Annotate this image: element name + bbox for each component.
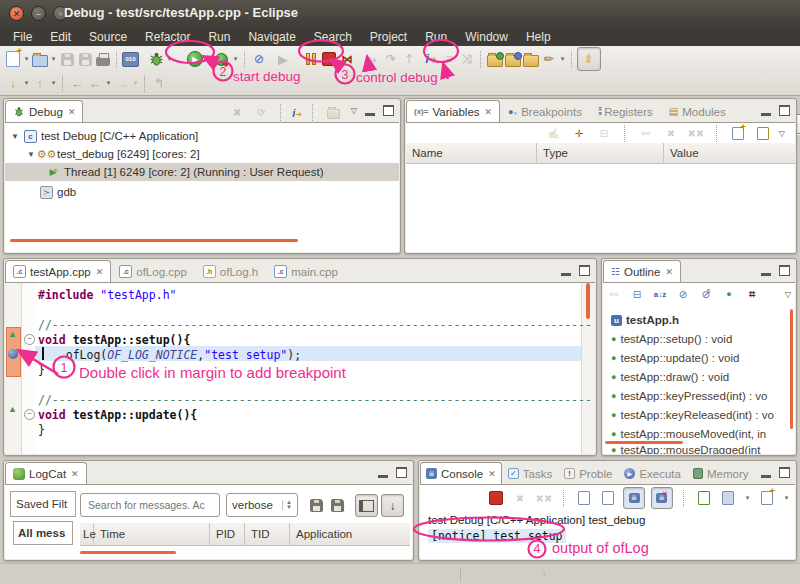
close-icon[interactable]: ✕ — [71, 469, 79, 479]
collapse-all-icon[interactable]: ⊟ — [628, 285, 646, 303]
highlight-toggle-button[interactable]: ✐ — [577, 47, 601, 71]
scroll-lock-icon[interactable]: ⚿ — [599, 489, 617, 507]
horizontal-scrollbar[interactable] — [605, 441, 683, 444]
save-log-icon[interactable] — [307, 496, 325, 514]
back-history-icon[interactable]: ← — [68, 74, 86, 92]
vertical-scrollbar[interactable] — [790, 309, 794, 429]
tab-breakpoints[interactable]: ●● Breakpoints — [500, 100, 590, 122]
suspend-icon[interactable] — [302, 50, 320, 68]
new-wizard-dropdown-icon[interactable]: ▾ — [22, 55, 31, 63]
tab-executables[interactable]: ▶ Executa — [618, 462, 687, 484]
clear-console-icon[interactable]: ✕ — [575, 489, 593, 507]
save-icon[interactable] — [58, 50, 76, 68]
fold-collapse-icon[interactable]: − — [24, 334, 35, 345]
minimize-icon[interactable] — [561, 265, 571, 276]
debug-launch-row[interactable]: ▼ c test Debug [C/C++ Application] — [5, 127, 399, 145]
menu-file[interactable]: File — [4, 28, 41, 46]
step-into-selection-icon[interactable]: i➜ — [292, 103, 302, 121]
collapse-all-icon[interactable]: ⊟ — [595, 124, 613, 142]
menu-run-2[interactable]: Run — [416, 28, 456, 46]
run-icon[interactable]: ▶ — [186, 50, 204, 68]
view-menu-icon[interactable]: ▽ — [779, 129, 785, 138]
pin-console-icon[interactable]: ◥ — [695, 489, 713, 507]
step-return-icon[interactable]: ⇡ — [400, 50, 418, 68]
outline-item[interactable]: u testApp.h — [603, 311, 795, 329]
external-tools-dropdown-icon[interactable]: ▾ — [231, 55, 240, 63]
debug-thread-row[interactable]: ▶● Thread [1] 6249 [core: 2] (Running : … — [5, 163, 399, 181]
tab-modules[interactable]: ▤ Modules — [661, 100, 734, 122]
back-dropdown-icon[interactable]: ▾ — [104, 79, 113, 87]
column-type[interactable]: Type — [537, 143, 664, 163]
mark-occurrences-icon[interactable]: ✎ — [540, 50, 558, 68]
spinner-arrows-icon[interactable]: ▲▼ — [282, 500, 292, 510]
menu-window[interactable]: Window — [456, 28, 517, 46]
show-console-on-output-toggle-button[interactable]: ≣✕ — [651, 487, 673, 509]
close-icon[interactable]: ✕ — [665, 267, 673, 277]
run-dropdown-icon[interactable]: ▾ — [204, 55, 213, 63]
binary-build-icon[interactable]: 010 — [122, 52, 139, 67]
debug-dropdown-icon[interactable]: ▾ — [165, 55, 174, 63]
debug-tree[interactable]: ▼ c test Debug [C/C++ Application] ▼ ⚙⚙ … — [5, 122, 399, 252]
display-console-dropdown-icon[interactable]: ▾ — [743, 494, 752, 502]
menu-run-1[interactable]: Run — [199, 28, 239, 46]
new-wizard-icon[interactable] — [4, 50, 22, 68]
column-name[interactable]: Name — [406, 143, 537, 163]
folding-ruler[interactable] — [22, 283, 35, 454]
show-type-names-icon[interactable]: ✍ — [545, 124, 563, 142]
maximize-icon[interactable] — [779, 265, 790, 276]
tab-logcat[interactable]: LogCat✕ — [5, 462, 87, 484]
new-view-icon[interactable] — [729, 124, 747, 142]
export-dropdown-icon[interactable]: ▾ — [49, 79, 58, 87]
tab-main-cpp[interactable]: .c main.cpp — [266, 260, 346, 282]
tab-tasks[interactable]: ✓ Tasks — [502, 462, 558, 484]
last-edit-location-icon[interactable]: ↰ — [150, 74, 168, 92]
fold-collapse-icon[interactable]: − — [24, 409, 35, 420]
hide-non-public-icon[interactable]: ● — [720, 285, 738, 303]
breakpoint-icon[interactable] — [8, 349, 18, 359]
column-time[interactable]: Time — [94, 523, 210, 545]
maximize-icon[interactable] — [396, 467, 407, 478]
column-tid[interactable]: TID — [245, 523, 290, 545]
tab-outline[interactable]: ☷ Outline✕ — [603, 260, 681, 282]
maximize-icon[interactable] — [779, 467, 790, 478]
tab-oflog-cpp[interactable]: .c ofLog.cpp — [111, 260, 195, 282]
outline-item[interactable]: ●testApp::setup() : void — [603, 330, 795, 348]
outline-item[interactable]: ●testApp::keyPressed(int) : vo — [603, 387, 795, 405]
close-icon[interactable]: ✕ — [96, 267, 104, 277]
display-selected-console-icon[interactable] — [719, 489, 737, 507]
menu-search[interactable]: Search — [305, 28, 361, 46]
collapse-arrow-icon[interactable]: ▼ — [10, 132, 20, 141]
filter-all-messages[interactable]: All mess — [13, 521, 73, 545]
column-application[interactable]: Application — [290, 523, 410, 545]
collapse-arrow-icon[interactable]: ▼ — [26, 150, 36, 159]
remove-all-launches-icon[interactable]: ✖✖ — [535, 489, 553, 507]
tab-console[interactable]: ≣ Console✕ — [420, 462, 502, 484]
word-wrap-toggle-button[interactable]: ≣ — [623, 487, 645, 509]
tab-testapp-cpp[interactable]: .c testApp.cpp✕ — [5, 260, 111, 282]
view-menu-icon[interactable]: ▽ — [785, 290, 791, 299]
close-icon[interactable]: ✕ — [68, 107, 76, 117]
terminate-icon[interactable] — [487, 489, 505, 507]
back-icon[interactable]: ← — [86, 74, 104, 92]
window-minimize-button[interactable]: – — [31, 6, 46, 21]
sort-icon[interactable]: a↓z — [651, 285, 669, 303]
outline-item[interactable]: ●testApp::draw() : void — [603, 368, 795, 386]
save-all-icon[interactable] — [76, 50, 94, 68]
debug-launch-icon[interactable] — [147, 50, 165, 68]
outline-item[interactable]: ●testApp::keyReleased(int) : vo — [603, 406, 795, 424]
forward-dropdown-icon[interactable]: ▾ — [131, 79, 140, 87]
remove-all-icon[interactable]: ✖✖ — [687, 124, 705, 142]
close-icon[interactable]: ✕ — [485, 107, 493, 117]
column-level[interactable]: Le — [80, 523, 94, 545]
tab-oflog-h[interactable]: .h ofLog.h — [195, 260, 266, 282]
log-level-select[interactable]: verbose ▲▼ — [226, 493, 298, 517]
column-pid[interactable]: PID — [210, 523, 245, 545]
minimize-icon[interactable] — [761, 105, 771, 116]
export-icon[interactable]: ↑ — [31, 74, 49, 92]
tab-problems[interactable]: ! Proble — [558, 462, 618, 484]
external-tools-icon[interactable]: ◆ — [213, 50, 231, 68]
overview-marker[interactable] — [586, 283, 590, 319]
minimize-icon[interactable] — [761, 265, 771, 276]
clear-log-icon[interactable]: ✕ — [329, 496, 347, 514]
logcat-search-box[interactable] — [80, 493, 220, 517]
